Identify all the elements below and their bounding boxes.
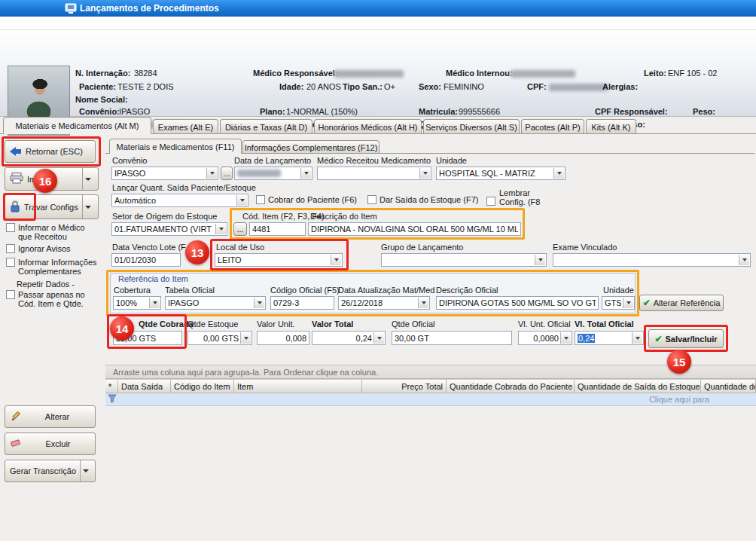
dropdown-arrow-icon[interactable] [535,255,545,265]
grid-header-quantidade-cobrada[interactable]: Quantidade Cobrada do Paciente [447,379,575,393]
dropdown-arrow-icon[interactable] [215,224,226,234]
unidade-oficial-label: Unidade [603,286,634,295]
grupo-lancamento-label: Grupo de Lançamento [381,243,463,252]
checkbox-box[interactable] [367,195,376,204]
excluir-button[interactable]: Excluir [5,432,96,455]
cobertura-combo[interactable]: 100% [113,296,161,310]
exame-vinculado-combo[interactable] [553,253,751,267]
grid-filter-row[interactable]: Clique aqui para [105,393,756,406]
checkbox-lembrar-config[interactable] [486,197,495,206]
lancar-quant-label: Lançar Quant. Saída Paciente/Estoque [112,183,256,193]
vl-total-oficial-combo[interactable]: 0,24 [575,331,644,345]
dropdown-arrow-icon[interactable] [331,255,341,265]
salvar-incluir-button[interactable]: ✔ Salvar/Incluir [648,329,724,348]
dropdown-arrow-icon[interactable] [419,168,430,179]
exame-vinculado-label: Exame Vinculado [553,243,617,252]
checkbox-box[interactable] [6,223,15,232]
tab-materiais-medicamentos[interactable]: Materiais e Medicamentos (Alt M) [3,117,151,134]
qtde-estoque-combo[interactable]: 0,00 GTS [187,331,252,345]
imprimir-button[interactable]: Imprimir [5,167,99,191]
cpf-responsavel-label: CPF Responsável: [595,107,668,117]
vl-unt-oficial-combo[interactable]: 0,0080 [518,331,572,345]
tabela-oficial-combo[interactable]: IPASGO [165,296,266,310]
dropdown-arrow-icon[interactable] [300,168,311,179]
inner-tab-informacoes-f12[interactable]: Informações Complementares (F12) [242,140,380,154]
cod-item-browse-button[interactable]: ... [233,222,247,236]
star-icon: * [108,382,111,391]
grid-header-preco-total[interactable]: Preço Total [362,379,447,393]
dropdown-arrow-icon[interactable] [739,255,749,265]
local-uso-combo[interactable]: LEITO [215,253,343,267]
lancar-quant-combo[interactable]: Automático [111,194,248,207]
imprimir-dropdown-arrow-icon[interactable] [82,168,93,190]
grid-header-quantidade-sa[interactable]: Quantidade de Sa [701,379,756,393]
checkbox-box[interactable] [6,258,15,267]
descricao-item-field[interactable]: DIPIRONA - NOVALGINA SOL ORAL 500 MG/ML … [308,222,521,236]
dropdown-arrow-icon[interactable] [418,298,428,308]
grid-header-codigo-item[interactable]: Código do Item [171,379,234,393]
checkbox-box[interactable] [6,244,15,253]
dropdown-arrow-icon[interactable] [553,168,564,179]
medico-receitou-combo[interactable] [317,167,431,180]
dropdown-arrow-icon[interactable] [236,195,247,206]
qtde-oficial-field[interactable]: 30,00 GT [392,331,512,345]
dropdown-arrow-icon[interactable] [632,332,642,344]
convenio-browse-button[interactable]: ... [221,167,233,180]
inner-tab-materiais-f11[interactable]: Materiais e Medicamentos (F11) [109,139,242,154]
convenio-value: IPASGO [119,107,150,117]
dropdown-arrow-icon[interactable] [623,298,633,308]
unidade-combo[interactable]: HOSPITAL SQL - MATRIZ [436,167,565,180]
retornar-button[interactable]: Retornar (ESC) [5,140,96,163]
convenio-combo[interactable]: IPASGO [111,167,218,180]
checkbox-dar-saida[interactable]: Dar Saída do Estoque (F7) [367,195,478,204]
setor-origem-combo[interactable]: 01.FATURAMENTO (VIRT [111,222,227,236]
grid-header-data-saida[interactable]: Data Saída [118,379,171,393]
tab-servicos-diversos[interactable]: Serviços Diversos (Alt S) [423,119,520,134]
dropdown-arrow-icon[interactable] [206,168,217,179]
checkbox-box[interactable] [256,195,265,204]
selected-value: 0,24 [578,334,595,343]
unidade-oficial-combo[interactable]: GTS [602,296,635,310]
idade-value: 20 ANOS [306,82,341,92]
checkbox-informar-informacoes[interactable]: Informar Informações Complementares [6,258,99,276]
travar-dropdown-arrow-icon[interactable] [82,195,93,219]
dropdown-arrow-icon[interactable] [254,298,264,308]
checkbox-ignorar-avisos[interactable]: Ignorar Avisos [6,244,99,253]
medico-internou-value-redacted [511,70,575,78]
alterar-button[interactable]: Alterar [5,405,96,428]
gerar-transcricao-button[interactable]: Gerar Transcrição [5,460,96,482]
qtde-cobrada-field[interactable]: 30,00 GTS [113,331,182,345]
tab-exames[interactable]: Exames (Alt E) [153,119,218,134]
valor-unit-label: Valor Unit. [257,319,295,329]
cod-item-field[interactable]: 4481 [249,222,306,236]
valor-total-combo[interactable]: 0,24 [312,331,386,345]
tab-diarias-taxas[interactable]: Diárias e Taxas (Alt D) [220,119,312,134]
back-arrow-icon [10,147,22,156]
checkbox-box[interactable] [6,290,15,299]
travar-configs-button[interactable]: Travar Configs [5,194,99,219]
dropdown-arrow-icon[interactable] [149,298,160,308]
descricao-oficial-field[interactable]: DIPIRONA GOTAS 500 MG/ML SO VO GT [436,296,599,310]
dropdown-arrow-icon[interactable] [373,332,384,344]
data-vencto-field[interactable]: 01/01/2030 [111,253,181,267]
codigo-oficial-field[interactable]: 0729-3 [270,296,334,310]
checkbox-repetir-dados[interactable]: Passar apenas no Cód. Item e Qtde. [6,290,93,308]
nome-social-label: Nome Social: [75,95,128,105]
alterar-referencia-button[interactable]: ✔ Alterar Referência [639,295,724,311]
checkbox-cobrar-paciente[interactable]: Cobrar do Paciente (F6) [256,195,357,204]
grid-header-quantidade-saida[interactable]: Quantidade de Saída do Estoque [575,379,701,393]
valor-unit-field[interactable]: 0,008 [257,331,309,345]
tab-honorarios-medicos[interactable]: Honorários Médicos (Alt H) [314,119,422,134]
data-atualizacao-combo[interactable]: 26/12/2018 [338,296,430,310]
tab-kits[interactable]: Kits (Alt K) [586,119,636,134]
dropdown-arrow-icon[interactable] [240,332,251,344]
n-internacao-label: N. Internação: [75,69,130,78]
gerar-dropdown-arrow-icon[interactable] [80,460,90,481]
tab-pacotes[interactable]: Pacotes (Alt P) [521,119,584,134]
grupo-lancamento-combo[interactable] [381,253,547,267]
grid-group-panel[interactable]: Arraste uma coluna aqui para agrupa-la. … [105,365,756,379]
checkbox-informar-medico[interactable]: Informar o Médico que Receitou [6,223,99,241]
grid-header-item[interactable]: Item [234,379,362,393]
dropdown-arrow-icon[interactable] [560,332,571,344]
data-lancamento-combo[interactable] [234,167,312,180]
